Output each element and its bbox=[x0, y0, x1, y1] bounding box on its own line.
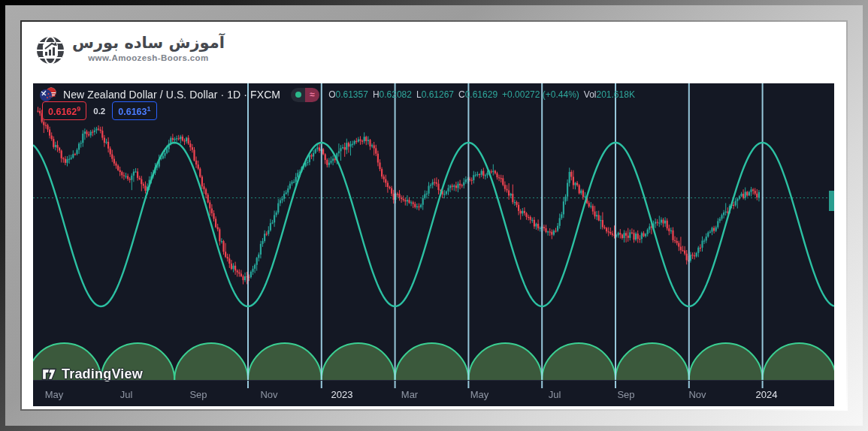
volume-value: 201.618K bbox=[597, 89, 635, 100]
axis-label: Nov bbox=[253, 389, 286, 400]
close-label: C bbox=[458, 89, 465, 100]
sell-price-button[interactable]: 0.61629 bbox=[42, 101, 86, 119]
symbol-title[interactable]: New Zealand Dollar / U.S. Dollar · 1D · … bbox=[63, 89, 280, 101]
axis-label: May bbox=[38, 389, 71, 400]
globe-chart-icon bbox=[35, 33, 65, 68]
axis-label: May bbox=[463, 389, 496, 400]
indicator-toggle[interactable]: ≈ bbox=[291, 88, 319, 102]
framed-screenshot: آموزش ساده بورس www.Amoozesh-Boors.com bbox=[0, 0, 868, 431]
tradingview-chart-panel: New Zealand Dollar / U.S. Dollar · 1D · … bbox=[33, 83, 834, 406]
volume-label: Vol bbox=[584, 89, 597, 100]
brand-title: آموزش ساده بورس bbox=[72, 33, 225, 53]
bid-ask-row: 0.61629 0.2 0.61631 bbox=[42, 103, 157, 119]
gray-picture-frame: آموزش ساده بورس www.Amoozesh-Boors.com bbox=[5, 5, 863, 426]
low-value: 0.61267 bbox=[422, 89, 454, 100]
brand-logo: آموزش ساده بورس www.Amoozesh-Boors.com bbox=[35, 33, 225, 68]
toggle-dot-icon[interactable] bbox=[291, 88, 305, 102]
high-value: 0.62082 bbox=[380, 89, 412, 100]
ohlc-readout: O0.61357 H0.62082 L0.61267 C0.61629 +0.0… bbox=[328, 89, 640, 100]
change-value: +0.00272 (+0.44%) bbox=[502, 89, 579, 100]
close-value: 0.61629 bbox=[465, 89, 498, 100]
axis-label: Jul bbox=[110, 389, 143, 400]
frame-inner-border: آموزش ساده بورس www.Amoozesh-Boors.com bbox=[20, 20, 848, 411]
chart-canvas[interactable] bbox=[33, 83, 834, 406]
axis-label: Sep bbox=[182, 389, 215, 400]
axis-label: Nov bbox=[681, 389, 714, 400]
spread-value: 0.2 bbox=[93, 107, 105, 116]
nzdusd-pair-flag-icon bbox=[38, 87, 58, 102]
axis-label: Jul bbox=[538, 389, 571, 400]
symbol-header: New Zealand Dollar / U.S. Dollar · 1D · … bbox=[38, 87, 640, 102]
page-content: آموزش ساده بورس www.Amoozesh-Boors.com bbox=[22, 22, 846, 409]
axis-label: Mar bbox=[393, 389, 426, 400]
open-value: 0.61357 bbox=[335, 89, 367, 100]
time-axis[interactable]: MayJulSepNov2023MarMayJulSepNov2024 bbox=[33, 380, 834, 406]
brand-url: www.Amoozesh-Boors.com bbox=[72, 53, 225, 62]
axis-label: 2023 bbox=[325, 389, 358, 400]
buy-price-button[interactable]: 0.61631 bbox=[112, 101, 156, 119]
axis-label: 2024 bbox=[750, 389, 783, 400]
high-label: H bbox=[373, 89, 380, 100]
axis-label: Sep bbox=[609, 389, 643, 400]
low-label: L bbox=[416, 89, 422, 100]
toggle-wave-icon[interactable]: ≈ bbox=[305, 88, 319, 102]
